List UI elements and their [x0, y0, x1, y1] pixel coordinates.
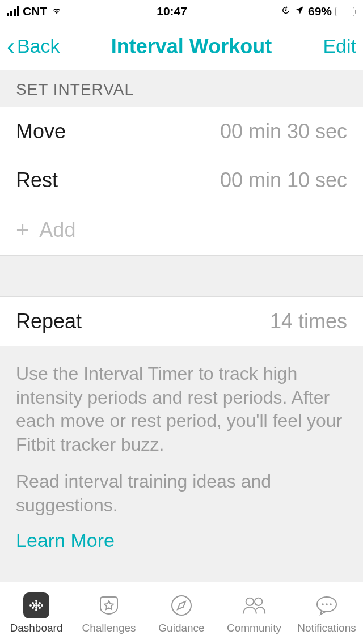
tab-label: Guidance — [158, 622, 204, 634]
battery-percent-label: 69% — [308, 5, 332, 18]
svg-point-12 — [39, 607, 41, 609]
info-paragraph: Read interval training ideas and suggest… — [16, 470, 347, 517]
svg-point-1 — [35, 600, 37, 602]
row-value: 00 min 30 sec — [220, 120, 347, 143]
wifi-icon — [50, 4, 63, 19]
chat-icon — [314, 592, 340, 618]
chevron-left-icon: ‹ — [7, 35, 15, 58]
section-header-set-interval: SET INTERVAL — [0, 70, 363, 107]
svg-point-13 — [35, 609, 37, 611]
tab-notifications[interactable]: Notifications — [290, 582, 363, 644]
row-label: Move — [16, 120, 66, 143]
svg-point-18 — [322, 603, 324, 605]
tab-label: Dashboard — [10, 622, 63, 634]
add-label: Add — [39, 218, 75, 242]
tab-guidance[interactable]: Guidance — [145, 582, 218, 644]
edit-button[interactable]: Edit — [323, 35, 356, 57]
row-value: 00 min 10 sec — [220, 168, 347, 192]
tab-community[interactable]: Community — [218, 582, 290, 644]
row-value: 14 times — [270, 310, 347, 333]
tab-challenges[interactable]: Challenges — [73, 582, 145, 644]
battery-icon — [335, 7, 356, 16]
svg-point-15 — [246, 598, 254, 605]
tab-dashboard[interactable]: Dashboard — [0, 582, 73, 644]
plus-icon: + — [16, 217, 29, 243]
svg-point-9 — [41, 604, 43, 607]
svg-point-3 — [35, 602, 37, 604]
section-gap — [0, 256, 363, 296]
svg-point-2 — [32, 602, 34, 604]
compass-icon — [168, 592, 195, 618]
svg-point-6 — [33, 604, 35, 607]
tab-label: Notifications — [297, 622, 356, 634]
nav-bar: ‹ Back Interval Workout Edit — [0, 23, 363, 70]
svg-point-20 — [330, 603, 332, 605]
rotation-lock-icon — [281, 5, 291, 18]
tab-label: Community — [227, 622, 281, 634]
tab-label: Challenges — [82, 622, 136, 634]
location-icon — [294, 5, 305, 18]
svg-point-5 — [29, 604, 32, 607]
svg-point-4 — [39, 602, 41, 604]
interval-list: Move 00 min 30 sec Rest 00 min 10 sec + … — [0, 107, 363, 256]
cellular-signal-icon — [7, 6, 19, 16]
status-bar: CNT 10:47 69% — [0, 0, 363, 23]
svg-point-8 — [37, 604, 40, 607]
svg-rect-0 — [285, 10, 286, 11]
row-label: Rest — [16, 168, 58, 192]
svg-point-10 — [32, 607, 34, 609]
row-rest[interactable]: Rest 00 min 10 sec — [0, 156, 363, 205]
tab-bar: Dashboard Challenges Guidance Community … — [0, 582, 363, 644]
star-badge-icon — [96, 592, 122, 618]
back-label: Back — [17, 35, 60, 57]
svg-point-11 — [35, 607, 37, 609]
svg-point-14 — [172, 596, 191, 615]
back-button[interactable]: ‹ Back — [7, 35, 60, 58]
row-move[interactable]: Move 00 min 30 sec — [0, 107, 363, 156]
people-icon — [241, 592, 267, 618]
learn-more-link[interactable]: Learn More — [16, 528, 347, 553]
row-label: Repeat — [16, 310, 82, 333]
dashboard-icon — [23, 592, 49, 618]
info-paragraph: Use the Interval Timer to track high int… — [16, 362, 347, 456]
row-add[interactable]: + Add — [0, 205, 363, 255]
page-title: Interval Workout — [111, 35, 272, 58]
clock-label: 10:47 — [157, 5, 187, 18]
svg-point-16 — [255, 598, 262, 605]
svg-point-19 — [326, 603, 328, 605]
carrier-label: CNT — [23, 5, 47, 18]
row-repeat[interactable]: Repeat 14 times — [0, 296, 363, 346]
svg-point-7 — [35, 604, 37, 607]
